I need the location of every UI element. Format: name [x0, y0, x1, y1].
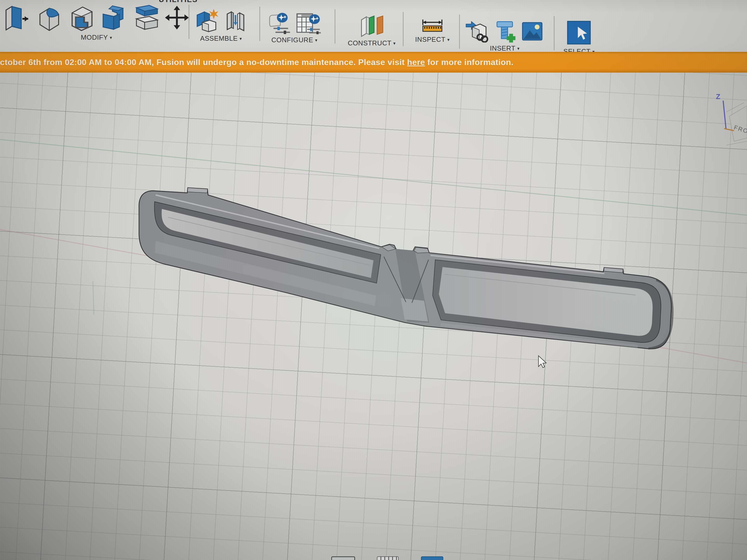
- green-axis-segment: [93, 281, 94, 315]
- assemble-icons-row: [194, 8, 248, 33]
- mouse-cursor: [538, 356, 546, 368]
- toolbar-group-select: SELECT▾: [563, 20, 595, 55]
- toolbar-divider: [403, 12, 404, 46]
- chevron-down-icon: ▾: [517, 46, 519, 51]
- modify-label: MODIFY: [81, 33, 108, 41]
- press-pull-icon[interactable]: [3, 4, 31, 32]
- chevron-down-icon: ▾: [315, 37, 317, 43]
- construct-icons-row: [359, 14, 384, 37]
- chevron-down-icon: ▾: [110, 35, 112, 40]
- construct-label: CONSTRUCT: [348, 39, 392, 47]
- modify-dropdown[interactable]: MODIFY▾: [81, 33, 112, 42]
- configure-icon[interactable]: [268, 11, 291, 34]
- toolbar-group-construct: CONSTRUCT▾: [350, 14, 394, 47]
- toolbar-divider: [554, 16, 555, 50]
- measure-icon[interactable]: [421, 18, 443, 34]
- toolbar: UTILITIES: [0, 0, 747, 52]
- modify-icons-row: [3, 4, 190, 32]
- fusion360-window: UTILITIES: [0, 0, 747, 560]
- assemble-label: ASSEMBLE: [200, 34, 238, 42]
- chevron-down-icon: ▾: [239, 36, 242, 41]
- z-axis-label: Z: [716, 92, 720, 101]
- move-icon[interactable]: [164, 4, 190, 32]
- banner-text-suffix: for more information.: [428, 58, 514, 67]
- insert-derive-icon[interactable]: [466, 19, 489, 43]
- configuration-table-icon[interactable]: [295, 11, 321, 34]
- toolbar-group-inspect: INSPECT▾: [413, 18, 452, 44]
- model-body[interactable]: [139, 188, 673, 349]
- toolbar-divider: [459, 15, 460, 49]
- inspect-icons-row: [421, 18, 443, 34]
- z-axis-line: [723, 101, 726, 129]
- construction-plane-icon[interactable]: [359, 14, 384, 37]
- new-component-icon[interactable]: [194, 8, 219, 33]
- tab-utilities[interactable]: UTILITIES: [159, 0, 198, 4]
- assemble-dropdown[interactable]: ASSEMBLE▾: [200, 34, 242, 43]
- configure-dropdown[interactable]: CONFIGURE▾: [271, 36, 317, 44]
- toolbar-group-configure: CONFIGURE▾: [268, 11, 321, 44]
- toolbar-divider: [335, 9, 335, 44]
- joint-icon[interactable]: [223, 8, 248, 33]
- nav-bar-grid-snap-icon[interactable]: [377, 556, 399, 560]
- view-cube-front-face[interactable]: [729, 106, 747, 141]
- insert-icons-row: [466, 19, 544, 43]
- insert-fastener-icon[interactable]: [493, 19, 516, 43]
- viewport-overlay: FRONT Z: [0, 73, 747, 560]
- construct-dropdown[interactable]: CONSTRUCT▾: [348, 39, 396, 47]
- toolbar-divider: [188, 5, 189, 39]
- select-icon[interactable]: [566, 20, 592, 46]
- view-cube[interactable]: FRONT Z: [716, 92, 747, 145]
- offset-face-icon[interactable]: [132, 4, 160, 32]
- model-viewport-canvas[interactable]: FRONT Z: [0, 73, 747, 560]
- canvas-icon[interactable]: [520, 19, 544, 43]
- nav-bar-viewport-icon[interactable]: [421, 556, 443, 560]
- banner-text-prefix: ctober 6th from 02:00 AM to 04:00 AM, Fu…: [0, 58, 405, 67]
- shell-icon[interactable]: [68, 4, 96, 32]
- insert-label: INSERT: [490, 44, 515, 52]
- inspect-dropdown[interactable]: INSPECT▾: [415, 35, 449, 44]
- toolbar-group-assemble: ASSEMBLE▾: [194, 8, 248, 43]
- select-icons-row: [566, 20, 592, 46]
- combine-icon[interactable]: [100, 4, 128, 32]
- configure-label: CONFIGURE: [271, 36, 313, 44]
- maintenance-banner: ctober 6th from 02:00 AM to 04:00 AM, Fu…: [0, 52, 747, 73]
- green-axis-line: [0, 139, 747, 215]
- fillet-icon[interactable]: [35, 4, 63, 32]
- chevron-down-icon: ▾: [447, 37, 449, 42]
- chevron-down-icon: ▾: [393, 41, 395, 46]
- toolbar-group-insert: INSERT▾: [466, 19, 544, 52]
- configure-icons-row: [268, 11, 321, 34]
- insert-dropdown[interactable]: INSERT▾: [490, 44, 520, 52]
- toolbar-group-modify: MODIFY▾: [3, 4, 190, 42]
- inspect-label: INSPECT: [415, 35, 445, 43]
- toolbar-divider: [259, 7, 260, 41]
- banner-here-link[interactable]: here: [407, 58, 425, 67]
- nav-bar-display-settings-icon[interactable]: [331, 556, 355, 560]
